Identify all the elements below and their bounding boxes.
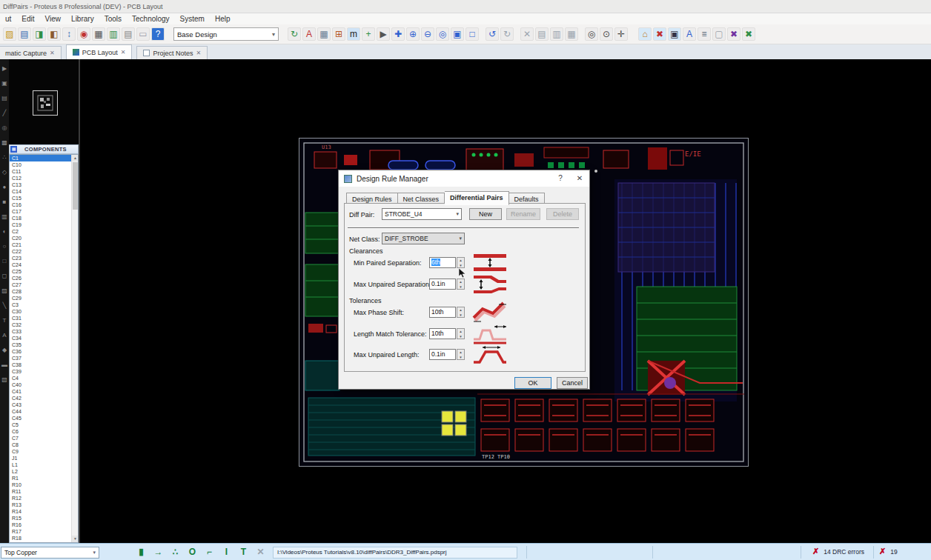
component-list-item[interactable]: C25 bbox=[10, 268, 72, 275]
component-list-item[interactable]: C1 bbox=[10, 155, 72, 161]
false-origin-icon[interactable]: + bbox=[362, 27, 375, 41]
edge-pad-icon[interactable]: ◐ bbox=[1, 228, 8, 235]
window-arrange-icon[interactable]: ↕ bbox=[62, 27, 76, 41]
auto-route-icon[interactable]: ✛ bbox=[614, 27, 628, 41]
delete-button[interactable]: Delete bbox=[546, 208, 579, 220]
tab-schematic-capture[interactable]: matic Capture ✕ bbox=[0, 46, 62, 59]
package-mode-icon[interactable]: ▤ bbox=[1, 95, 8, 101]
cancel-button[interactable]: Cancel bbox=[557, 377, 588, 389]
component-list-item[interactable]: C10 bbox=[10, 161, 72, 168]
pick-part-icon[interactable]: ⊙ bbox=[600, 27, 613, 41]
component-list-item[interactable]: R10 bbox=[10, 481, 72, 488]
import-section-icon[interactable]: ◨ bbox=[33, 27, 46, 41]
clipboard-icon[interactable]: ▤ bbox=[122, 27, 135, 41]
component-list-item[interactable]: C11 bbox=[10, 168, 72, 175]
close-icon[interactable]: ✕ bbox=[121, 49, 126, 56]
tab-project-notes[interactable]: Project Notes ✕ bbox=[136, 46, 208, 59]
menu-item-output-partial[interactable]: ut bbox=[0, 13, 16, 24]
component-list-item[interactable]: C35 bbox=[10, 341, 72, 348]
component-list-item[interactable]: R15 bbox=[10, 515, 72, 521]
ratsnest-mode-icon[interactable]: ∴ bbox=[1, 154, 8, 161]
component-list-item[interactable]: C30 bbox=[10, 308, 72, 315]
component-list-item[interactable]: C33 bbox=[10, 328, 72, 335]
component-list-item[interactable]: C38 bbox=[10, 361, 72, 368]
component-list-item[interactable]: R12 bbox=[10, 495, 72, 501]
redo-icon[interactable]: ↻ bbox=[500, 27, 514, 41]
drc-errors-icon[interactable]: ✖ bbox=[653, 27, 666, 41]
component-list-item[interactable]: R16 bbox=[10, 521, 72, 528]
track-corner-icon[interactable]: ⌐ bbox=[203, 546, 216, 559]
component-list-item[interactable]: R13 bbox=[10, 501, 72, 508]
scrollbar-thumb[interactable] bbox=[73, 162, 78, 210]
copy-icon[interactable]: ▤ bbox=[535, 27, 549, 41]
component-list-item[interactable]: C7 bbox=[10, 435, 72, 441]
netlist-swap-icon[interactable]: ✖ bbox=[727, 27, 741, 41]
length-match-tolerance-input[interactable]: 10th bbox=[429, 328, 456, 339]
component-list-item[interactable]: C9 bbox=[10, 448, 72, 455]
via-icon[interactable]: O bbox=[186, 546, 199, 559]
zoom-all-icon[interactable]: ◎ bbox=[436, 27, 449, 41]
component-list-item[interactable]: C13 bbox=[10, 181, 72, 188]
min-paired-separation-stepper[interactable]: ▲▼ bbox=[457, 257, 465, 268]
zone-mode-icon[interactable]: ▩ bbox=[1, 139, 8, 146]
component-list-item[interactable]: R17 bbox=[10, 528, 72, 535]
max-unpaired-separation-stepper[interactable]: ▲▼ bbox=[457, 279, 465, 290]
drc-error-indicator[interactable]: ✗ 14 DRC errors bbox=[812, 547, 872, 556]
component-list-item[interactable]: C4 bbox=[10, 375, 72, 381]
connectivity-highlight-icon[interactable]: ◇ bbox=[1, 169, 8, 176]
zoom-area-icon[interactable]: ▣ bbox=[451, 27, 464, 41]
component-list-item[interactable]: C17 bbox=[10, 208, 72, 215]
save-project-icon[interactable]: ▤ bbox=[18, 27, 31, 41]
block-move-icon[interactable]: ▦ bbox=[565, 27, 578, 41]
paste-icon[interactable]: ▥ bbox=[550, 27, 563, 41]
cut-icon[interactable]: ✕ bbox=[520, 27, 534, 41]
record-macro-icon[interactable]: ◉ bbox=[77, 27, 90, 41]
3d-visualizer-icon[interactable]: ▣ bbox=[668, 27, 681, 41]
component-list-item[interactable]: L1 bbox=[10, 461, 72, 468]
max-phase-shift-stepper[interactable]: ▲▼ bbox=[457, 307, 465, 318]
component-list-item[interactable]: C23 bbox=[10, 255, 72, 261]
scroll-down-icon[interactable]: ▼ bbox=[72, 536, 79, 542]
component-list-item[interactable]: L2 bbox=[10, 468, 72, 475]
component-list-item[interactable]: C34 bbox=[10, 335, 72, 341]
component-list-item[interactable]: C32 bbox=[10, 321, 72, 328]
component-list-item[interactable]: C14 bbox=[10, 188, 72, 195]
component-list-item[interactable]: C15 bbox=[10, 195, 72, 201]
ok-button[interactable]: OK bbox=[514, 377, 551, 389]
new-button[interactable]: New bbox=[469, 208, 502, 220]
close-icon[interactable]: ✕ bbox=[196, 50, 202, 56]
component-list-item[interactable]: C45 bbox=[10, 415, 72, 421]
component-list-item[interactable]: C5 bbox=[10, 421, 72, 428]
component-list-item[interactable]: C28 bbox=[10, 288, 72, 295]
board-edge-icon[interactable]: ▧ bbox=[1, 376, 8, 383]
dil-pad-icon[interactable]: ▥ bbox=[1, 213, 8, 220]
open-project-icon[interactable]: ▨ bbox=[3, 27, 16, 41]
component-list-item[interactable]: R11 bbox=[10, 488, 72, 495]
component-list-item[interactable]: C3 bbox=[10, 301, 72, 308]
menu-item-view[interactable]: View bbox=[40, 13, 67, 24]
metric-toggle-icon[interactable]: m bbox=[347, 27, 360, 41]
zoom-out-icon[interactable]: ⊖ bbox=[421, 27, 434, 41]
dialog-close-button[interactable]: ✕ bbox=[570, 170, 589, 187]
selection-mode-icon[interactable]: ▶ bbox=[1, 65, 8, 72]
component-list-item[interactable]: C8 bbox=[10, 441, 72, 448]
tab-pcb-layout[interactable]: PCB Layout ✕ bbox=[66, 44, 133, 59]
bill-of-materials-icon[interactable]: A bbox=[683, 27, 696, 41]
dimension-icon[interactable]: ▬ bbox=[1, 361, 8, 368]
help-icon[interactable]: ? bbox=[151, 27, 165, 41]
gerber-output-icon[interactable]: ▢ bbox=[712, 27, 726, 41]
mitre-icon[interactable]: ✕ bbox=[254, 546, 267, 559]
zoom-in-icon[interactable]: ⊕ bbox=[406, 27, 420, 41]
component-list-item[interactable]: R18 bbox=[10, 535, 72, 541]
library-browser-icon[interactable]: ▥ bbox=[107, 27, 120, 41]
via-mode-icon[interactable]: ◎ bbox=[1, 124, 8, 131]
text-icon[interactable]: T bbox=[237, 546, 250, 559]
padstack-icon[interactable]: ◻ bbox=[1, 273, 8, 279]
layer-colours-icon[interactable]: A bbox=[302, 27, 316, 41]
design-explorer-icon[interactable]: ⌂ bbox=[638, 27, 652, 41]
component-list-item[interactable]: J1 bbox=[10, 455, 72, 461]
pan-icon[interactable]: ✚ bbox=[391, 27, 405, 41]
sheet-mode-icon[interactable]: ▮ bbox=[135, 546, 148, 559]
track-mode-icon[interactable]: ╱ bbox=[1, 110, 8, 116]
ratsnest-icon[interactable]: ∴ bbox=[169, 546, 182, 559]
